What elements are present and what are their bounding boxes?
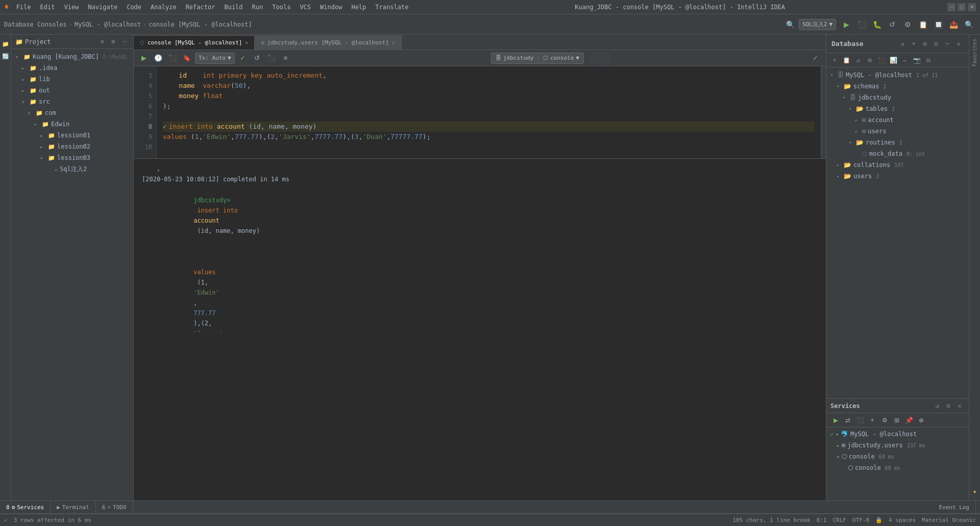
tree-lession02[interactable]: ▸ 📁 lession02 xyxy=(11,141,133,152)
menu-code[interactable]: Code xyxy=(122,3,145,12)
tree-lession01[interactable]: ▸ 📁 lession01 xyxy=(11,130,133,141)
tab-users[interactable]: ⊞ jdbcstudy.users [MySQL - @localhost] ✕ xyxy=(255,35,401,50)
sql-rollback-button[interactable]: ↺ xyxy=(251,52,263,64)
sql-stop2-button[interactable]: ⬛ xyxy=(265,52,278,64)
svc-run-btn[interactable]: ▶ xyxy=(830,415,841,425)
db-tool-1[interactable]: + xyxy=(829,55,840,65)
refresh-button[interactable]: ↺ xyxy=(885,17,899,32)
toolbar-btn-1[interactable]: 📋 xyxy=(916,17,930,32)
tree-idea[interactable]: ▸ 📁 .idea xyxy=(11,62,133,74)
menu-translate[interactable]: Translate xyxy=(371,3,412,12)
svc-item-console2[interactable]: ▸ ⬡ console 68 ms xyxy=(826,462,969,473)
menu-window[interactable]: Window xyxy=(316,3,346,12)
sql-history-button[interactable]: 🕐 xyxy=(152,52,164,64)
tree-root[interactable]: ▾ 📁 Kuang [Kuang_JDBC] E:\MySQL xyxy=(11,51,133,62)
db-tool-2[interactable]: 📋 xyxy=(841,55,851,65)
db-item-tables[interactable]: ▾ 📂 tables 2 xyxy=(826,103,969,114)
bottom-tab-terminal[interactable]: ▶ Terminal xyxy=(51,500,96,514)
tree-lib[interactable]: ▸ 📁 lib xyxy=(11,74,133,85)
svc-tx-btn[interactable]: ⇄ xyxy=(843,415,853,425)
db-item-mockdata[interactable]: ▸ ⬡ mock_data 0: int xyxy=(826,148,969,159)
svc-icon-2[interactable]: ⊟ xyxy=(943,401,953,411)
db-item-collations[interactable]: ▸ 📂 collations 197 xyxy=(826,159,969,171)
tree-sql-inject[interactable]: ▸ ☕ Sql注入2 xyxy=(11,163,133,175)
menu-help[interactable]: Help xyxy=(347,3,370,12)
db-minimize-icon[interactable]: ─ xyxy=(942,39,952,49)
menu-edit[interactable]: Edit xyxy=(36,3,59,12)
project-collapse-icon[interactable]: ─ xyxy=(120,37,129,46)
sql-commit-button[interactable]: ✓ xyxy=(237,52,249,64)
tree-out[interactable]: ▸ 📁 out xyxy=(11,85,133,96)
settings-gear[interactable]: ⚙ xyxy=(900,17,915,32)
tree-lession03[interactable]: ▾ 📁 lession03 xyxy=(11,152,133,163)
menu-navigate[interactable]: Navigate xyxy=(84,3,121,12)
menu-run[interactable]: Run xyxy=(248,3,267,12)
run-button[interactable]: ▶ xyxy=(839,17,853,32)
db-add-icon[interactable]: + xyxy=(909,39,919,49)
sql-stop-button[interactable]: ⬛ xyxy=(166,52,179,64)
db-item-jdbcstudy[interactable]: ▾ 🗄 jdbcstudy xyxy=(826,92,969,103)
db-item-account[interactable]: ▸ ⊞ account xyxy=(826,114,969,126)
minimize-button[interactable]: ─ xyxy=(947,3,955,11)
menu-tools[interactable]: Tools xyxy=(268,3,295,12)
db-item-users-root[interactable]: ▸ 📂 users 2 xyxy=(826,171,969,182)
tree-edwin[interactable]: ▾ 📁 Edwin xyxy=(11,118,133,130)
vcs-icon[interactable]: 🔄 xyxy=(1,51,11,61)
db-selector[interactable]: 🗄 jdbcstudy | ⬡ console ▼ xyxy=(491,53,584,64)
sql-run-button[interactable]: ▶ xyxy=(138,52,150,64)
menu-refactor[interactable]: Refactor xyxy=(182,3,219,12)
tree-com[interactable]: ▾ 📁 com xyxy=(11,107,133,118)
breadcrumb-part-1[interactable]: Database Consoles xyxy=(4,21,67,28)
db-close-icon[interactable]: ✕ xyxy=(953,39,964,49)
db-tool-3[interactable]: ↺ xyxy=(853,55,863,65)
menu-analyze[interactable]: Analyze xyxy=(146,3,181,12)
svc-item-mysql[interactable]: ✓ ▾ 🐬 MySQL - @localhost xyxy=(826,428,969,440)
tab-console-close[interactable]: ✕ xyxy=(245,40,248,45)
db-settings-icon[interactable]: ⚙ xyxy=(920,39,930,49)
project-layout-icon[interactable]: ⊞ xyxy=(109,37,118,46)
db-tool-5[interactable]: ⬛ xyxy=(876,55,887,65)
event-log-tab[interactable]: Event Log xyxy=(933,500,976,514)
maximize-button[interactable]: □ xyxy=(958,3,966,11)
breadcrumb-part-3[interactable]: console [MySQL - @localhost] xyxy=(149,21,252,28)
sql-check-icon[interactable]: ✓ xyxy=(810,52,822,64)
svc-icon-1[interactable]: ↺ xyxy=(932,401,942,411)
bottom-tab-services[interactable]: 8 ⚙ Services xyxy=(0,500,51,514)
toolbar-btn-3[interactable]: 📤 xyxy=(946,17,961,32)
sql-inject-dropdown[interactable]: SQL注入2 ▼ xyxy=(799,19,836,30)
db-item-schemas[interactable]: ▾ 📂 schemas 1 xyxy=(826,81,969,92)
debug-button[interactable]: 🐛 xyxy=(870,17,884,32)
svc-pin-btn[interactable]: 📌 xyxy=(904,415,914,425)
project-icon[interactable]: 📁 xyxy=(1,39,11,49)
editor-scrollbar[interactable] xyxy=(821,66,826,158)
svc-settings-btn[interactable]: ⚙ xyxy=(879,415,890,425)
project-settings-icon[interactable]: ⚙ xyxy=(97,37,107,46)
menu-view[interactable]: View xyxy=(60,3,83,12)
db-item-routines[interactable]: ▾ 📂 routines 1 xyxy=(826,137,969,148)
favorites-label[interactable]: Favorites xyxy=(971,35,978,70)
breadcrumb-part-2[interactable]: MySQL - @localhost xyxy=(75,21,141,28)
search-everywhere-icon[interactable]: 🔍 xyxy=(783,17,798,32)
db-tool-4[interactable]: ⊞ xyxy=(865,55,875,65)
sql-bookmark-button[interactable]: 🔖 xyxy=(181,52,193,64)
close-button[interactable]: ✕ xyxy=(968,3,976,11)
svc-add-btn[interactable]: + xyxy=(867,415,877,425)
menu-file[interactable]: File xyxy=(12,3,35,12)
db-item-users[interactable]: ▸ ⊞ users xyxy=(826,126,969,137)
db-filter-tool[interactable]: ⊟ xyxy=(923,55,934,65)
toolbar-btn-2[interactable]: 🔲 xyxy=(931,17,945,32)
svc-item-jdbcusers[interactable]: ▸ ⊞ jdbcstudy.users 337 ms xyxy=(826,440,969,451)
db-item-mysql[interactable]: ▾ 🗄 MySQL - @localhost 1 of 11 xyxy=(826,69,969,81)
tab-users-close[interactable]: ✕ xyxy=(392,40,395,45)
tree-src[interactable]: ▾ 📁 src xyxy=(11,96,133,107)
stop-button[interactable]: ⬛ xyxy=(854,17,869,32)
bottom-tab-todo[interactable]: 6 ⚡ TODO xyxy=(96,500,133,514)
svc-layout-btn[interactable]: ⊞ xyxy=(892,415,902,425)
tab-console[interactable]: ⬡ console [MySQL - @localhost] ✕ xyxy=(134,35,255,50)
db-tool-7[interactable]: ✏ xyxy=(900,55,910,65)
menu-build[interactable]: Build xyxy=(220,3,247,12)
db-tool-8[interactable]: 📷 xyxy=(912,55,922,65)
code-editor[interactable]: 3 4 5 6 7 8 9 10 id xyxy=(134,66,826,158)
svc-stop-btn[interactable]: ⬛ xyxy=(855,415,865,425)
search-icon[interactable]: 🔍 xyxy=(962,17,976,32)
